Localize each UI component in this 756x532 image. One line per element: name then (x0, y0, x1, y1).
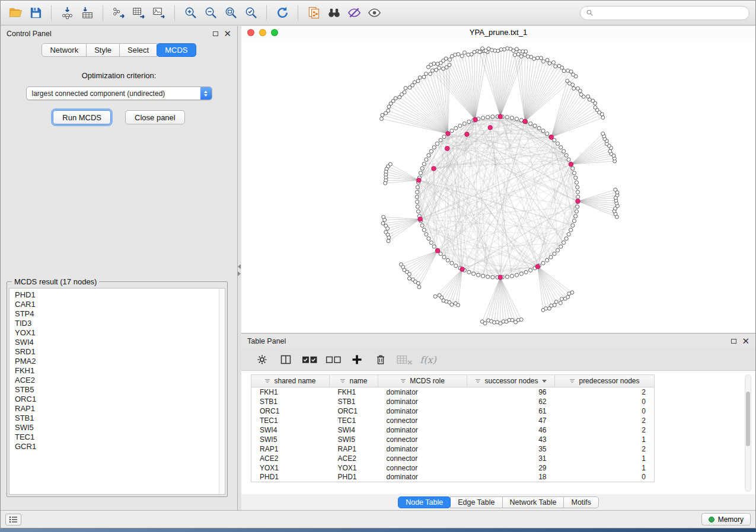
refresh-button[interactable] (273, 4, 291, 22)
zoom-in-icon (184, 6, 197, 20)
result-list-scrollbar[interactable] (219, 289, 225, 494)
mcds-result-item[interactable]: GCR1 (9, 442, 219, 451)
toolbar-separator (51, 5, 52, 21)
mcds-result-item[interactable]: SWI4 (9, 338, 219, 347)
zoom-selected-button[interactable] (242, 4, 260, 22)
search-input[interactable] (596, 9, 744, 17)
mcds-result-item[interactable]: FKH1 (9, 366, 219, 376)
table-toolbar: f(x) (241, 349, 755, 371)
mcds-result-item[interactable]: STB5 (9, 385, 219, 395)
add-column-button[interactable] (348, 351, 366, 368)
close-window-button[interactable] (247, 29, 254, 36)
search-icon (586, 9, 594, 17)
mcds-result-item[interactable]: STB1 (9, 414, 219, 423)
optimization-criterion-select[interactable]: largest connected component (undirected) (26, 86, 212, 100)
delete-table-button[interactable] (395, 351, 413, 368)
import-table-button[interactable] (78, 4, 96, 22)
table-row[interactable]: SWI4 SWI4 dominator 46 2 (251, 425, 655, 435)
run-mcds-button[interactable]: Run MCDS (53, 110, 111, 124)
checked-boxes-icon (302, 354, 318, 365)
sort-icon (569, 378, 575, 384)
close-table-panel-icon[interactable]: ✕ (742, 338, 749, 344)
dropdown-stepper-icon (200, 87, 212, 100)
mcds-result-item[interactable]: PMA2 (9, 357, 219, 366)
column-header-mcds-role[interactable]: MCDS role (378, 375, 467, 387)
delete-column-button[interactable] (372, 351, 390, 368)
table-settings-button[interactable] (253, 351, 271, 368)
binoculars-icon (327, 6, 341, 20)
tab-edge-table[interactable]: Edge Table (450, 496, 502, 508)
mcds-result-item[interactable]: CAR1 (9, 300, 219, 309)
duplicate-network-icon (307, 6, 321, 20)
float-table-panel-icon[interactable] (731, 339, 736, 344)
open-session-button[interactable] (7, 4, 24, 22)
export-table-button[interactable] (130, 4, 148, 22)
mcds-result-item[interactable]: SWI5 (9, 423, 219, 432)
tab-select[interactable]: Select (119, 43, 157, 57)
memory-button[interactable]: Memory (701, 513, 751, 525)
network-titlebar: YPA_prune.txt_1 (241, 26, 755, 39)
table-panel-title: Table Panel (247, 337, 286, 345)
control-panel-title: Control Panel (7, 30, 52, 38)
tab-mcds[interactable]: MCDS (157, 43, 196, 57)
find-button[interactable] (325, 4, 343, 22)
network-canvas[interactable] (241, 39, 755, 333)
tab-network[interactable]: Network (42, 43, 87, 57)
show-elements-button[interactable] (365, 4, 383, 22)
mcds-result-item[interactable]: ACE2 (9, 376, 219, 385)
column-header-shared-name[interactable]: shared name (251, 375, 330, 387)
collapse-left-icon[interactable] (238, 264, 241, 269)
tab-network-table[interactable]: Network Table (502, 496, 564, 508)
table-scrollbar-thumb[interactable] (746, 392, 750, 446)
table-row[interactable]: STB1 STB1 dominator 62 0 (251, 397, 655, 406)
delete-table-icon (397, 354, 413, 365)
show-columns-button[interactable] (277, 351, 295, 368)
table-row[interactable]: ACE2 ACE2 connector 31 1 (251, 454, 655, 463)
tab-style[interactable]: Style (86, 43, 120, 57)
tab-node-table[interactable]: Node Table (398, 496, 451, 508)
mcds-result-item[interactable]: ORC1 (9, 395, 219, 404)
tab-motifs[interactable]: Motifs (563, 496, 598, 508)
save-session-button[interactable] (27, 4, 44, 22)
table-row[interactable]: SWI5 SWI5 connector 43 1 (251, 435, 655, 444)
export-image-button[interactable] (150, 4, 168, 22)
zoom-in-button[interactable] (181, 4, 199, 22)
duplicate-network-button[interactable] (305, 4, 323, 22)
table-row[interactable]: ORC1 ORC1 dominator 61 0 (251, 406, 655, 416)
column-header-name[interactable]: name (330, 375, 378, 387)
zoom-fit-button[interactable] (222, 4, 240, 22)
table-row[interactable]: PHD1 PHD1 dominator 18 0 (251, 473, 655, 482)
zoom-out-button[interactable] (202, 4, 219, 22)
mcds-result-item[interactable]: SRD1 (9, 347, 219, 357)
table-scrollbar[interactable] (745, 374, 751, 492)
import-network-icon (60, 6, 74, 20)
show-panels-button[interactable] (5, 514, 21, 525)
mcds-result-item[interactable]: TEC1 (9, 432, 219, 442)
collapse-right-icon[interactable] (238, 271, 241, 276)
import-network-button[interactable] (58, 4, 76, 22)
export-image-icon (152, 6, 166, 20)
mcds-result-item[interactable]: STP4 (9, 309, 219, 319)
table-row[interactable]: YOX1 YOX1 connector 29 1 (251, 463, 655, 473)
select-all-button[interactable] (301, 351, 318, 368)
mcds-result-item[interactable]: YOX1 (9, 328, 219, 338)
mcds-result-item[interactable]: TID3 (9, 319, 219, 328)
table-row[interactable]: TEC1 TEC1 connector 47 2 (251, 416, 655, 425)
float-panel-icon[interactable] (213, 31, 218, 36)
mcds-result-item[interactable]: RAP1 (9, 404, 219, 414)
deselect-all-button[interactable] (324, 351, 342, 368)
minimize-window-button[interactable] (259, 29, 266, 36)
table-row[interactable]: RAP1 RAP1 dominator 35 2 (251, 444, 655, 454)
table-row[interactable]: FKH1 FKH1 dominator 96 2 (251, 387, 655, 397)
maximize-window-button[interactable] (271, 29, 278, 36)
sort-icon (264, 378, 270, 384)
export-network-button[interactable] (110, 4, 127, 22)
mcds-result-item[interactable]: PHD1 (9, 290, 219, 300)
column-header-successor-nodes[interactable]: successor nodes (467, 375, 555, 387)
column-header-predecessor-nodes[interactable]: predecessor nodes (555, 375, 655, 387)
close-panel-icon[interactable]: ✕ (224, 31, 231, 37)
function-builder-button[interactable]: f(x) (419, 351, 437, 368)
close-panel-button[interactable]: Close panel (125, 110, 185, 124)
hide-elements-button[interactable] (345, 4, 363, 22)
mcds-result-group: MCDS result (17 nodes) PHD1CAR1STP4TID3Y… (7, 277, 228, 497)
